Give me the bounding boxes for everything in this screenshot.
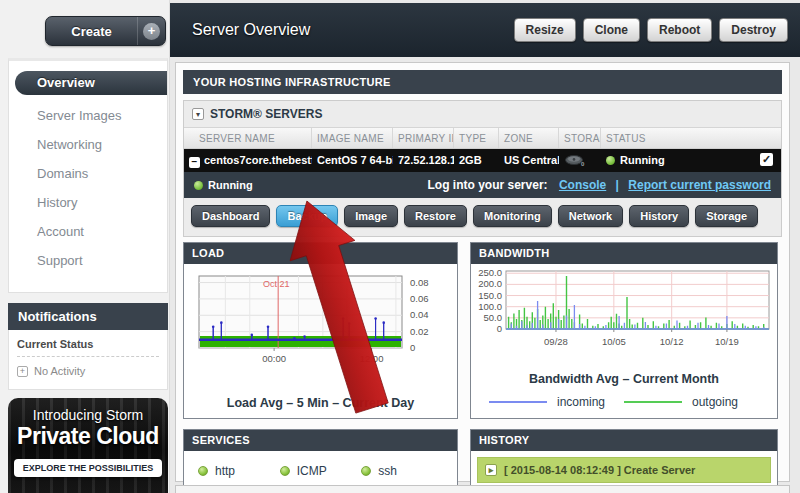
private-cloud-ad-banner[interactable]: Introducing Storm Private Cloud EXPLORE … bbox=[8, 398, 168, 493]
services-panel-header: SERVICES bbox=[184, 430, 457, 451]
service-http: http bbox=[198, 464, 280, 478]
collapse-triangle-icon[interactable]: ▾ bbox=[192, 108, 204, 120]
plus-icon: + bbox=[143, 23, 160, 40]
tab-network[interactable]: Network bbox=[558, 205, 623, 227]
server-action-buttons: Resize Clone Reboot Destroy bbox=[514, 18, 788, 42]
history-entry-text: [ 2015-08-14 08:12:49 ] Create Server bbox=[504, 464, 695, 476]
create-button-label: Create bbox=[46, 24, 137, 39]
storm-servers-title: STORM® SERVERS bbox=[210, 107, 322, 121]
sidebar-item-networking[interactable]: Networking bbox=[9, 130, 167, 159]
primary-ip-cell: 72.52.128.161 bbox=[393, 149, 454, 172]
server-tabs: Dashboard Backup Image Restore Monitorin… bbox=[184, 198, 781, 236]
load-chart: Oct 210.080.060.040.02000:0012:00 bbox=[198, 272, 457, 388]
subrow-status: Running bbox=[194, 179, 428, 191]
console-link[interactable]: Console bbox=[559, 178, 606, 192]
history-panel: HISTORY ▸ [ 2015-08-14 08:12:49 ] Create… bbox=[470, 429, 778, 493]
explore-possibilities-button[interactable]: EXPLORE THE POSSIBILITIES bbox=[14, 459, 163, 477]
svg-text:0: 0 bbox=[410, 342, 415, 353]
sidebar-item-overview[interactable]: Overview bbox=[15, 71, 167, 95]
svg-text:0: 0 bbox=[497, 323, 502, 334]
service-icmp: ICMP bbox=[280, 464, 362, 478]
current-status-label: Current Status bbox=[17, 338, 159, 357]
sidebar-item-history[interactable]: History bbox=[9, 188, 167, 217]
svg-text:200.0: 200.0 bbox=[478, 278, 502, 289]
server-table-header: SERVER NAME IMAGE NAME PRIMARY IP TYPE Z… bbox=[184, 127, 781, 149]
clone-button[interactable]: Clone bbox=[583, 18, 640, 42]
col-status: STATUS bbox=[601, 128, 781, 148]
content-panel: YOUR HOSTING INFRASTRUCTURE ▾ STORM® SER… bbox=[175, 62, 790, 482]
svg-text:10/12: 10/12 bbox=[660, 336, 684, 347]
load-panel: LOAD Oct 210.080.060.040.02000:0012:00 L… bbox=[183, 242, 458, 419]
history-expand-icon[interactable]: ▸ bbox=[485, 464, 497, 476]
row-checkbox[interactable]: ✓ bbox=[760, 153, 773, 166]
status-green-dot-icon bbox=[194, 181, 203, 190]
notifications-panel: Notifications Current Status + No Activi… bbox=[8, 303, 168, 390]
create-plus-section[interactable]: + bbox=[137, 17, 165, 45]
tab-monitoring[interactable]: Monitoring bbox=[473, 205, 552, 227]
create-button[interactable]: Create + bbox=[45, 16, 166, 46]
no-activity-row[interactable]: + No Activity bbox=[17, 365, 159, 377]
bandwidth-panel-header: BANDWIDTH bbox=[471, 243, 777, 264]
legend-incoming: incoming bbox=[489, 395, 624, 409]
svg-text:0.08: 0.08 bbox=[410, 277, 429, 288]
svg-text:0.02: 0.02 bbox=[410, 326, 429, 337]
sidebar: Create + Overview Server Images Networki… bbox=[0, 0, 170, 493]
sidebar-item-domains[interactable]: Domains bbox=[9, 159, 167, 188]
status-cell: Running ✓ bbox=[601, 149, 781, 172]
svg-text:12:00: 12:00 bbox=[360, 353, 384, 364]
service-status-dot-icon bbox=[361, 466, 371, 476]
sidebar-item-support[interactable]: Support bbox=[9, 246, 167, 275]
bandwidth-legend: incoming outgoing bbox=[471, 395, 777, 409]
service-status-dot-icon bbox=[198, 466, 208, 476]
col-type: TYPE bbox=[454, 128, 499, 148]
tab-restore[interactable]: Restore bbox=[404, 205, 467, 227]
zone-cell: US Central - ... bbox=[499, 149, 559, 172]
bandwidth-panel: BANDWIDTH 250.0200.0150.0100.050.0009/28… bbox=[470, 242, 778, 419]
svg-text:10/05: 10/05 bbox=[602, 336, 626, 347]
service-status-dot-icon bbox=[280, 466, 290, 476]
col-primary-ip: PRIMARY IP bbox=[393, 128, 454, 148]
server-row[interactable]: −centos7core.thebestfakedom... CentOS 7 … bbox=[184, 149, 781, 172]
report-password-link[interactable]: Report current password bbox=[628, 178, 771, 192]
sidebar-item-server-images[interactable]: Server Images bbox=[9, 101, 167, 130]
notifications-header: Notifications bbox=[8, 303, 168, 330]
history-entry-row[interactable]: ▸ [ 2015-08-14 08:12:49 ] Create Server bbox=[477, 457, 771, 483]
tab-storage[interactable]: Storage bbox=[695, 205, 758, 227]
bottom-row: SERVICES http ICMP ssh HISTORY bbox=[183, 429, 782, 493]
svg-text:100.0: 100.0 bbox=[478, 301, 502, 312]
svg-text:10/19: 10/19 bbox=[715, 336, 739, 347]
incoming-line-icon bbox=[489, 401, 547, 403]
svg-text:Oct 21: Oct 21 bbox=[263, 279, 290, 289]
subrow-login: Log into your server: Console | Report c… bbox=[428, 178, 771, 192]
service-ssh: ssh bbox=[361, 464, 443, 478]
col-image-name: IMAGE NAME bbox=[312, 128, 393, 148]
bandwidth-chart-caption: Bandwidth Avg – Current Month bbox=[471, 372, 777, 386]
tab-history[interactable]: History bbox=[629, 205, 689, 227]
resize-button[interactable]: Resize bbox=[514, 18, 576, 42]
login-label: Log into your server: bbox=[428, 178, 548, 192]
tab-dashboard[interactable]: Dashboard bbox=[191, 205, 270, 227]
tab-image[interactable]: Image bbox=[344, 205, 398, 227]
reboot-button[interactable]: Reboot bbox=[647, 18, 712, 42]
sidebar-item-account[interactable]: Account bbox=[9, 217, 167, 246]
svg-text:0.04: 0.04 bbox=[410, 309, 429, 320]
collapse-minus-icon[interactable]: − bbox=[189, 157, 200, 168]
destroy-button[interactable]: Destroy bbox=[719, 18, 788, 42]
svg-text:0.06: 0.06 bbox=[410, 293, 429, 304]
svg-text:09/28: 09/28 bbox=[544, 336, 568, 347]
svg-text:250.0: 250.0 bbox=[478, 268, 502, 278]
sidebar-menu: Overview Server Images Networking Domain… bbox=[8, 58, 168, 293]
type-cell: 2GB bbox=[454, 149, 499, 172]
charts-row: LOAD Oct 210.080.060.040.02000:0012:00 L… bbox=[183, 242, 782, 419]
expand-plus-icon[interactable]: + bbox=[17, 366, 28, 377]
footer-strip bbox=[175, 485, 790, 493]
notifications-body: Current Status + No Activity bbox=[8, 330, 168, 390]
hosting-infrastructure-bar: YOUR HOSTING INFRASTRUCTURE bbox=[183, 70, 782, 94]
history-panel-header: HISTORY bbox=[471, 430, 777, 451]
tab-backup[interactable]: Backup bbox=[276, 205, 338, 227]
no-activity-label: No Activity bbox=[34, 365, 85, 377]
col-zone: ZONE bbox=[499, 128, 559, 148]
server-name-cell: −centos7core.thebestfakedom... bbox=[184, 149, 312, 172]
ad-line2: Private Cloud bbox=[8, 423, 168, 450]
page-title: Server Overview bbox=[192, 21, 514, 39]
